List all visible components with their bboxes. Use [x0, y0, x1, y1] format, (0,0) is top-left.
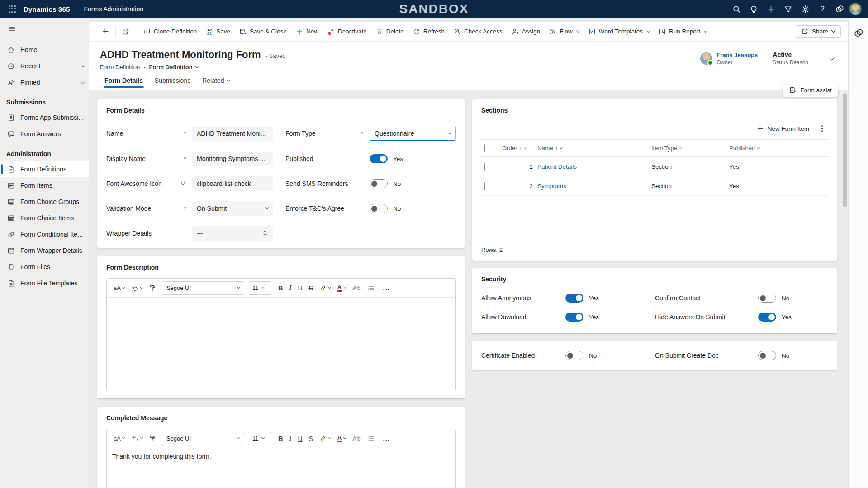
owner-field[interactable]: Frank Jessops Owner [700, 52, 758, 66]
sidebar-item-forms-app-submissions[interactable]: Forms App Submissi... [0, 109, 89, 126]
form-assist-button[interactable]: Form assist [783, 83, 838, 97]
column-header-item-type[interactable]: Item Type [651, 145, 729, 152]
save-and-close-button[interactable]: Save & Close [235, 25, 291, 38]
collapse-header-button[interactable] [827, 52, 836, 64]
undo-button[interactable] [129, 433, 145, 444]
font-color-button[interactable]: A [335, 433, 348, 444]
more-commands-icon[interactable] [816, 122, 828, 135]
chevron-down-icon[interactable] [81, 79, 85, 84]
sidebar-item-form-answers[interactable]: Form Answers [0, 126, 89, 142]
help-icon[interactable]: ? [815, 1, 830, 17]
waffle-icon[interactable] [5, 0, 20, 18]
bullet-list-button[interactable] [365, 283, 377, 294]
on-submit-create-doc-toggle[interactable] [758, 351, 776, 360]
allow-anonymous-toggle[interactable] [565, 294, 583, 303]
sms-reminders-toggle[interactable] [370, 179, 388, 188]
row-checkbox[interactable] [484, 163, 485, 171]
validation-mode-select[interactable]: On Submit [192, 201, 273, 216]
deactivate-button[interactable]: Deactivate [323, 25, 371, 38]
copilot-icon[interactable] [854, 28, 863, 40]
table-row[interactable]: 2 Symptoms Section Yes [481, 176, 828, 196]
sidebar-item-form-items[interactable]: Form Items [0, 177, 89, 194]
display-name-input[interactable] [192, 152, 273, 166]
sidebar-item-recent[interactable]: Recent [0, 58, 89, 74]
form-selector[interactable]: Form Definition [149, 64, 198, 71]
share-button[interactable]: Share [796, 25, 841, 38]
bold-button[interactable]: B [276, 283, 285, 294]
more-options-button[interactable]: … [379, 282, 394, 294]
strikethrough-button[interactable]: S [307, 433, 315, 444]
cell-name-link[interactable]: Patient Details [537, 163, 651, 170]
strikethrough-button[interactable]: S [307, 283, 315, 294]
sidebar-item-form-files[interactable]: Form Files [0, 259, 89, 275]
avatar[interactable] [849, 3, 862, 15]
app-name[interactable]: Forms Administration [84, 5, 143, 13]
column-header-published[interactable]: Published [729, 145, 828, 152]
sidebar-item-form-choice-items[interactable]: Form Choice Items [0, 210, 89, 226]
owner-name[interactable]: Frank Jessops [716, 52, 758, 58]
filter-icon[interactable] [780, 1, 796, 17]
new-button[interactable]: New [291, 25, 323, 38]
scrollbar-thumb[interactable] [843, 93, 847, 207]
font-color-button[interactable]: A [335, 282, 348, 294]
clear-formatting-button[interactable]: A b [350, 433, 363, 444]
sidebar-item-home[interactable]: Home [0, 42, 89, 58]
translate-button[interactable]: aA [111, 433, 127, 444]
tab-submissions[interactable]: Submissions [150, 74, 195, 90]
chevron-down-icon[interactable] [81, 63, 85, 67]
format-painter-button[interactable] [147, 433, 158, 444]
new-form-item-button[interactable]: New Form Item [752, 123, 814, 135]
sidebar-item-form-choice-groups[interactable]: Form Choice Groups [0, 194, 89, 210]
format-painter-button[interactable] [147, 283, 158, 294]
delete-button[interactable]: Delete [371, 25, 408, 38]
flow-button[interactable]: Flow [545, 25, 584, 38]
back-button[interactable] [98, 24, 113, 39]
assign-button[interactable]: Assign [507, 25, 545, 38]
word-templates-button[interactable]: Word Templates [584, 25, 654, 38]
font-family-select[interactable]: Segoe UI [162, 281, 244, 295]
underline-button[interactable]: U [295, 283, 304, 294]
description-editor-body[interactable] [107, 298, 455, 391]
hide-answers-toggle[interactable] [758, 313, 776, 322]
gear-icon[interactable] [797, 1, 813, 17]
bold-button[interactable]: B [276, 433, 285, 444]
copilot-icon[interactable] [832, 1, 847, 17]
lightbulb-icon[interactable] [746, 1, 761, 17]
highlight-button[interactable] [317, 283, 333, 294]
name-input[interactable] [192, 126, 273, 141]
undo-button[interactable] [129, 283, 145, 294]
tab-related[interactable]: Related [198, 74, 234, 90]
translate-button[interactable]: aA [111, 283, 127, 293]
italic-button[interactable]: I [287, 433, 294, 444]
italic-button[interactable]: I [287, 282, 294, 294]
highlight-button[interactable] [317, 433, 333, 444]
sidebar-item-form-file-templates[interactable]: Form File Templates [0, 275, 89, 291]
clear-formatting-button[interactable]: A b [350, 283, 363, 293]
allow-download-toggle[interactable] [565, 313, 583, 322]
font-awesome-icon-input[interactable] [192, 176, 273, 191]
select-all-checkbox[interactable] [484, 144, 485, 152]
wrapper-details-lookup[interactable]: --- [192, 226, 273, 241]
column-header-order[interactable]: Order↑ [502, 145, 537, 152]
more-options-button[interactable]: … [379, 433, 394, 445]
search-icon[interactable] [729, 1, 744, 17]
table-row[interactable]: 1 Patient Details Section Yes [481, 157, 828, 176]
certificate-enabled-toggle[interactable] [565, 351, 583, 360]
check-access-button[interactable]: Check Access [449, 25, 507, 38]
font-family-select[interactable]: Segoe UI [162, 432, 244, 445]
refresh-button[interactable]: Refresh [408, 25, 449, 38]
font-size-select[interactable]: 11 [248, 281, 271, 295]
hamburger-menu-icon[interactable] [3, 21, 21, 37]
completed-message-editor-body[interactable]: Thank you for completing this form. [107, 448, 455, 488]
clone-definition-button[interactable]: Clone Definition [139, 25, 201, 38]
save-button[interactable]: Save [201, 25, 235, 38]
cell-name-link[interactable]: Symptoms [537, 183, 651, 190]
sidebar-item-pinned[interactable]: Pinned [0, 74, 89, 90]
add-icon[interactable] [763, 1, 778, 17]
published-toggle[interactable] [370, 154, 388, 163]
sidebar-item-form-wrapper-details[interactable]: Form Wrapper Details [0, 242, 89, 259]
run-report-button[interactable]: Run Report [654, 25, 711, 38]
open-in-new-window-button[interactable] [119, 24, 133, 39]
tc-agree-toggle[interactable] [370, 204, 388, 213]
underline-button[interactable]: U [295, 433, 304, 444]
